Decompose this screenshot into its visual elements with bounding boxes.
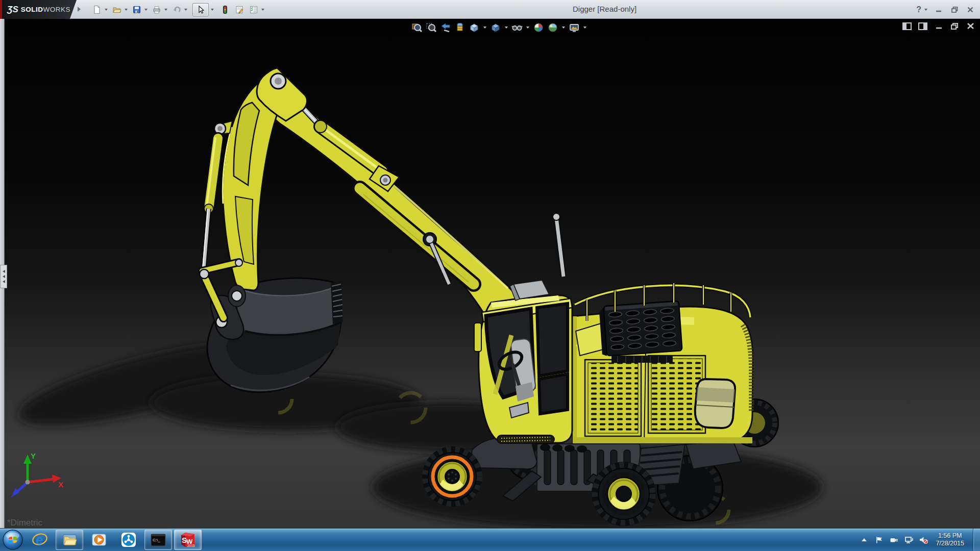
display-style-icon[interactable]: [490, 22, 501, 33]
power-plug-icon[interactable]: [889, 535, 898, 544]
brand-accent-stripe: [0, 0, 2, 19]
document-window-controls: [902, 22, 975, 30]
select-tool-button[interactable]: [192, 3, 209, 16]
tray-clock[interactable]: 1:56 PM 7/28/2015: [936, 532, 964, 547]
print-dropdown-icon[interactable]: [164, 9, 167, 11]
front-right-wheel[interactable]: [592, 462, 656, 526]
show-hidden-icons-button[interactable]: [860, 535, 869, 544]
solidworks-wordmark: SOLIDWORKS: [21, 6, 70, 13]
open-button[interactable]: [112, 5, 122, 15]
hide-show-items-icon[interactable]: [511, 22, 523, 33]
new-dropdown-icon[interactable]: [105, 9, 108, 11]
pane-left-toggle-icon[interactable]: [902, 22, 912, 30]
view-settings-icon[interactable]: [569, 22, 580, 33]
save-button[interactable]: [132, 5, 142, 15]
sketch-button[interactable]: [234, 5, 244, 15]
display-style-dropdown-icon[interactable]: [505, 27, 508, 29]
app-titlebar: ƷS SOLIDWORKS: [0, 0, 980, 19]
taskbar-windows-explorer[interactable]: [56, 530, 83, 550]
action-center-flag-icon[interactable]: [874, 535, 884, 544]
apply-scene-icon[interactable]: [547, 22, 558, 33]
network-icon[interactable]: [904, 535, 913, 544]
graphics-area[interactable]: Y X *Dimetric: [0, 19, 980, 528]
options-dropdown-icon[interactable]: [261, 9, 264, 11]
svg-text:C:\_: C:\_: [153, 538, 160, 542]
triad-x-label: X: [58, 480, 63, 489]
options-list-button[interactable]: [249, 5, 259, 15]
window-title: Digger [Read-only]: [573, 5, 636, 13]
undo-button[interactable]: [172, 5, 182, 15]
close-button[interactable]: [966, 5, 975, 14]
view-orientation-dropdown-icon[interactable]: [483, 27, 486, 29]
system-tray: 1:56 PM 7/28/2015: [860, 529, 980, 551]
engine-housing[interactable]: [573, 283, 753, 443]
taskbar-solidworks-2015[interactable]: S W 2015: [174, 530, 202, 550]
taskbar-internet-explorer[interactable]: e: [26, 530, 54, 550]
undo-dropdown-icon[interactable]: [184, 9, 187, 11]
restore-button[interactable]: [950, 5, 959, 14]
tray-date: 7/28/2015: [936, 540, 964, 547]
desktop: ƷS SOLIDWORKS: [0, 0, 980, 551]
solidworks-3ds-mark: ƷS: [7, 5, 18, 15]
tray-time: 1:56 PM: [936, 532, 964, 540]
start-button[interactable]: [2, 529, 24, 551]
window-controls: ?: [916, 0, 975, 19]
rebuild-traffic-light-icon[interactable]: [220, 5, 230, 15]
show-desktop-button[interactable]: [973, 529, 980, 551]
standard-toolbar: [88, 3, 264, 16]
collapse-panel-button[interactable]: [0, 265, 7, 288]
volume-muted-icon[interactable]: [919, 535, 928, 544]
print-button[interactable]: [152, 5, 162, 15]
edit-appearance-icon[interactable]: [533, 22, 544, 33]
zoom-to-fit-icon[interactable]: [411, 22, 423, 33]
select-dropdown-icon[interactable]: [209, 3, 216, 16]
doc-close-button[interactable]: [966, 22, 975, 30]
headsup-view-toolbar: [411, 21, 587, 34]
toolbar-expand-icon[interactable]: [78, 7, 81, 12]
zoom-to-area-icon[interactable]: [426, 22, 437, 33]
coordinate-triad: Y X: [7, 450, 68, 502]
svg-text:2015: 2015: [187, 544, 195, 547]
windows-taskbar: e C:\_ S W 2015: [0, 528, 980, 551]
help-icon[interactable]: ?: [916, 5, 921, 14]
view-orientation-icon[interactable]: [469, 22, 480, 33]
taskbar-media-player[interactable]: [85, 530, 113, 550]
view-settings-dropdown-icon[interactable]: [583, 27, 586, 29]
save-dropdown-icon[interactable]: [144, 9, 148, 11]
triad-y-label: Y: [31, 452, 36, 460]
cab[interactable]: [474, 280, 572, 443]
bucket[interactable]: [207, 278, 343, 392]
taskbar-connected-nodes-app[interactable]: [115, 530, 142, 550]
svg-text:e: e: [36, 532, 43, 547]
open-dropdown-icon[interactable]: [125, 9, 128, 11]
minimize-button[interactable]: [934, 5, 943, 14]
excavator-3d-model[interactable]: [0, 19, 980, 528]
section-view-icon[interactable]: [454, 22, 465, 33]
doc-minimize-button[interactable]: [934, 22, 943, 30]
doc-restore-button[interactable]: [950, 22, 959, 30]
hide-show-dropdown-icon[interactable]: [526, 27, 529, 29]
new-document-button[interactable]: [92, 5, 102, 15]
taskbar-command-prompt[interactable]: C:\_: [144, 530, 172, 550]
previous-view-icon[interactable]: [440, 22, 451, 33]
pane-right-toggle-icon[interactable]: [918, 22, 927, 30]
solidworks-logo: ƷS SOLIDWORKS: [2, 0, 77, 19]
view-orientation-label: *Dimetric: [7, 518, 42, 528]
help-dropdown-icon[interactable]: [924, 9, 927, 11]
apply-scene-dropdown-icon[interactable]: [562, 27, 565, 29]
